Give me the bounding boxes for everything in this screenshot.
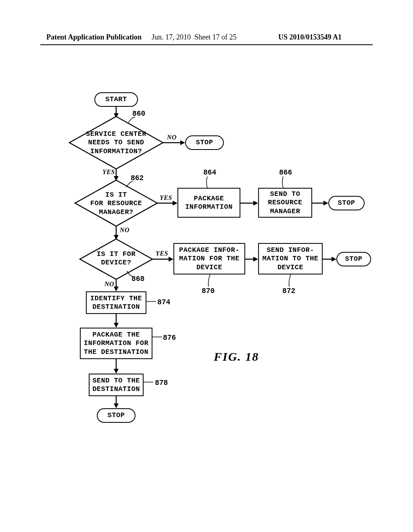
process-866-text: SEND TO RESOURCE MANAGER [268,190,302,216]
arrow-860-no [163,143,185,143]
process-864: PACKAGE INFORMATION [177,188,240,218]
figure-title: FIG. 18 [214,350,259,364]
process-872-text: SEND INFOR- MATION TO THE DEVICE [262,246,318,272]
svg-marker-22 [332,257,336,262]
decision-862-text: IS IT FOR RESOURCE MANAGER? [87,191,145,216]
arrow-860-yes [116,169,117,181]
svg-marker-30 [114,403,119,408]
ref-860: 860 [132,110,145,118]
no-label-868: NO [104,281,114,288]
process-876-text: PACKAGE THE INFORMATION FOR THE DESTINAT… [84,330,149,356]
stop-end-label: STOP [108,411,125,420]
start-label: START [105,95,127,104]
leader-862 [126,181,133,189]
process-874-text: IDENTIFY THE DESTINATION [90,294,142,312]
process-876: PACKAGE THE INFORMATION FOR THE DESTINAT… [80,328,152,359]
yes-label-860: YES [102,168,115,176]
ref-876: 876 [163,334,176,342]
leader-860 [128,117,136,125]
svg-marker-28 [114,369,119,374]
header-rule [40,44,373,45]
no-label-860: NO [167,134,177,141]
leader-876 [152,337,163,337]
svg-marker-18 [169,257,173,262]
arrow-868-no [116,279,117,291]
leader-878 [144,382,154,382]
ref-862: 862 [131,174,144,182]
decision-860-text: SERVICE CENTER NEEDS TO SEND INFORMATION… [81,130,151,156]
ref-874: 874 [157,298,170,306]
svg-marker-13 [323,201,328,206]
leader-870 [209,274,209,287]
terminator-start: START [94,92,138,107]
terminator-stop-866: STOP [328,196,365,210]
arrow-862-yes [157,203,177,204]
svg-marker-11 [253,201,258,206]
svg-marker-26 [114,323,119,328]
arrow-864-to-866 [240,203,258,204]
process-870: PACKAGE INFOR- MATION FOR THE DEVICE [173,243,245,274]
no-label-862: NO [120,227,129,234]
process-878: SEND TO THE DESTINATION [89,374,144,396]
stop-860-label: STOP [196,138,213,147]
process-872: SEND INFOR- MATION TO THE DEVICE [258,243,323,274]
process-870-text: PACKAGE INFOR- MATION FOR THE DEVICE [179,246,240,272]
header-pub-number: US 2010/0153549 A1 [278,33,342,42]
ref-864: 864 [203,168,216,177]
arrow-862-no [116,226,117,240]
leader-866 [283,177,284,188]
arrow-868-yes [152,259,173,260]
stop-866-label: STOP [338,199,355,207]
ref-866: 866 [279,168,292,177]
terminator-stop-860: STOP [185,135,224,150]
svg-marker-4 [180,140,185,145]
leader-874 [146,301,157,302]
arrow-874-to-876 [116,314,117,328]
terminator-stop-872: STOP [336,252,371,266]
svg-marker-9 [173,201,177,206]
stop-872-label: STOP [345,255,363,263]
arrow-870-to-872 [245,259,258,260]
yes-label-868: YES [156,250,168,257]
yes-label-862: YES [160,194,172,202]
ref-870: 870 [202,287,215,295]
decision-868-text: IS IT FOR DEVICE? [92,250,140,267]
leader-872 [289,274,290,287]
process-864-text: PACKAGE INFORMATION [185,194,233,212]
ref-878: 878 [155,379,168,387]
process-866: SEND TO RESOURCE MANAGER [258,188,312,218]
arrow-866-to-stop [312,203,328,204]
leader-868 [127,271,134,278]
ref-872: 872 [282,287,295,295]
header-pub-type: Patent Application Publication [46,33,142,42]
header-date: Jun. 17, 2010 Sheet 17 of 25 [152,33,237,42]
svg-marker-24 [114,287,119,291]
leader-864 [207,177,208,188]
process-874: IDENTIFY THE DESTINATION [86,291,146,314]
svg-marker-20 [253,257,258,262]
arrow-876-to-878 [116,359,117,374]
terminator-stop-end: STOP [97,408,136,423]
arrow-872-to-stop [323,259,336,260]
arrow-878-to-stop [116,396,117,408]
process-878-text: SEND TO THE DESTINATION [92,376,140,394]
